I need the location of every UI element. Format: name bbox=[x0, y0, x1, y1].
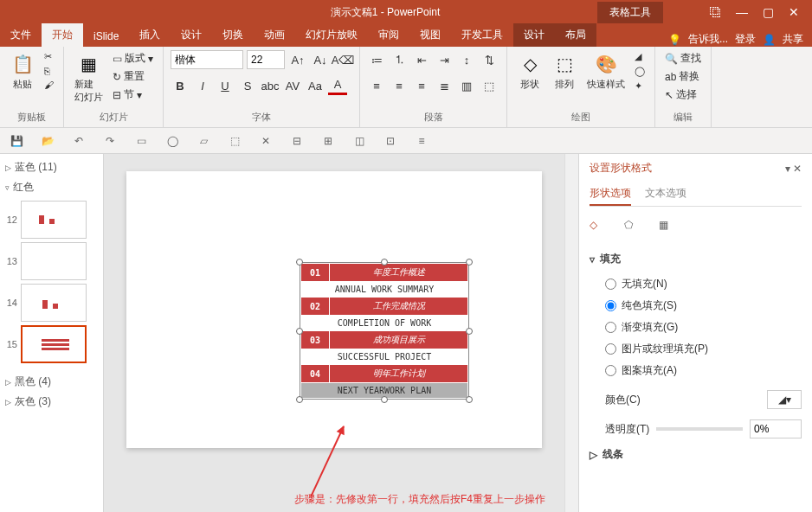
cell[interactable]: SUCCESSFUL PROJECT bbox=[301, 349, 468, 365]
shape-outline-button[interactable]: ◯ bbox=[632, 65, 648, 78]
radio-picture-fill[interactable]: 图片或纹理填充(P) bbox=[605, 338, 802, 360]
tab-animation[interactable]: 动画 bbox=[254, 23, 295, 47]
slide[interactable]: 01年度工作概述 ANNUAL WORK SUMMARY 02工作完成情况 CO… bbox=[126, 171, 542, 448]
cell[interactable]: 01 bbox=[301, 264, 330, 282]
find-button[interactable]: 🔍查找 bbox=[662, 50, 704, 67]
ribbon-options-icon[interactable]: ⿻ bbox=[705, 3, 727, 21]
thumbnail-13[interactable] bbox=[21, 242, 87, 280]
align-center-button[interactable]: ≡ bbox=[390, 76, 409, 95]
size-props-icon[interactable]: ▦ bbox=[659, 219, 678, 238]
qat-icon[interactable]: ⊟ bbox=[289, 133, 305, 149]
group-red[interactable]: ▿红色 bbox=[3, 177, 100, 197]
tab-design[interactable]: 设计 bbox=[171, 23, 212, 47]
open-icon[interactable]: 📂 bbox=[40, 133, 55, 149]
selected-table[interactable]: 01年度工作概述 ANNUAL WORK SUMMARY 02工作完成情况 CO… bbox=[300, 262, 469, 400]
spacing-button[interactable]: AV bbox=[283, 76, 302, 95]
clear-format-button[interactable]: A⌫ bbox=[333, 50, 352, 69]
thumbnail-12[interactable] bbox=[21, 201, 87, 239]
minimize-button[interactable]: — bbox=[731, 3, 753, 21]
paste-button[interactable]: 📋 粘贴 bbox=[7, 50, 38, 93]
tab-insert[interactable]: 插入 bbox=[129, 23, 171, 47]
select-button[interactable]: ↖选择 bbox=[662, 86, 704, 103]
fill-color-picker[interactable]: ◢▾ bbox=[767, 390, 802, 409]
effects-icon[interactable]: ⬠ bbox=[624, 219, 643, 238]
qat-icon[interactable]: ▭ bbox=[133, 133, 149, 149]
font-size-select[interactable] bbox=[247, 50, 285, 69]
case-button[interactable]: Aa bbox=[306, 76, 325, 95]
font-name-select[interactable] bbox=[171, 50, 243, 69]
radio-pattern-fill[interactable]: 图案填充(A) bbox=[605, 360, 802, 381]
justify-button[interactable]: ≣ bbox=[435, 76, 454, 95]
cell[interactable]: 年度工作概述 bbox=[330, 264, 468, 282]
indent-dec-button[interactable]: ⇤ bbox=[412, 50, 431, 69]
quick-styles-button[interactable]: 🎨快速样式 bbox=[583, 50, 628, 93]
format-painter-button[interactable]: 🖌 bbox=[42, 79, 56, 91]
save-icon[interactable]: 💾 bbox=[9, 133, 24, 149]
qat-icon[interactable]: ≡ bbox=[414, 133, 429, 149]
tab-slideshow[interactable]: 幻灯片放映 bbox=[295, 23, 368, 47]
columns-button[interactable]: ▥ bbox=[457, 76, 476, 95]
qat-icon[interactable]: ◯ bbox=[164, 133, 180, 149]
shadow-button[interactable]: abc bbox=[261, 76, 280, 95]
font-color-button[interactable]: A bbox=[328, 76, 347, 95]
radio-gradient-fill[interactable]: 渐变填充(G) bbox=[605, 317, 802, 338]
tell-me-input[interactable]: 告诉我... bbox=[688, 32, 728, 47]
subtab-text-options[interactable]: 文本选项 bbox=[645, 182, 686, 206]
radio-solid-fill[interactable]: 纯色填充(S) bbox=[605, 295, 802, 317]
tab-file[interactable]: 文件 bbox=[0, 23, 42, 47]
indent-inc-button[interactable]: ⇥ bbox=[435, 50, 454, 69]
login-link[interactable]: 登录 bbox=[735, 32, 756, 47]
slide-canvas-area[interactable]: 01年度工作概述 ANNUAL WORK SUMMARY 02工作完成情况 CO… bbox=[104, 154, 564, 512]
maximize-button[interactable]: ▢ bbox=[757, 3, 779, 21]
slide-thumbnail-panel[interactable]: ▷蓝色 (11) ▿红色 12 13 14 15 ▷黑色 (4) ▷灰色 (3) bbox=[0, 154, 104, 512]
align-left-button[interactable]: ≡ bbox=[367, 76, 386, 95]
smartart-button[interactable]: ⬚ bbox=[480, 76, 499, 95]
vertical-scrollbar[interactable] bbox=[564, 154, 578, 512]
line-section-header[interactable]: ▷线条 bbox=[590, 444, 802, 465]
replace-button[interactable]: ab替换 bbox=[662, 68, 704, 85]
cell[interactable]: 03 bbox=[301, 331, 330, 349]
tab-islide[interactable]: iSlide bbox=[83, 26, 129, 47]
align-right-button[interactable]: ≡ bbox=[412, 76, 431, 95]
tab-transition[interactable]: 切换 bbox=[212, 23, 254, 47]
subtab-shape-options[interactable]: 形状选项 bbox=[590, 182, 631, 206]
share-button[interactable]: 共享 bbox=[783, 32, 803, 47]
qat-icon[interactable]: ◫ bbox=[351, 133, 367, 149]
copy-button[interactable]: ⎘ bbox=[42, 65, 56, 77]
shape-effects-button[interactable]: ✦ bbox=[632, 80, 648, 93]
thumbnail-14[interactable] bbox=[21, 284, 87, 322]
cell[interactable]: ANNUAL WORK SUMMARY bbox=[301, 282, 468, 298]
pane-close-icon[interactable]: ▾ ✕ bbox=[785, 163, 802, 175]
thumbnail-15[interactable] bbox=[21, 325, 87, 363]
tab-home[interactable]: 开始 bbox=[42, 23, 83, 47]
shapes-button[interactable]: ◇形状 bbox=[514, 50, 545, 93]
text-direction-button[interactable]: ⇅ bbox=[480, 50, 499, 69]
new-slide-button[interactable]: ▦ 新建 幻灯片 bbox=[71, 50, 106, 106]
grow-font-button[interactable]: A↑ bbox=[288, 50, 307, 69]
group-black[interactable]: ▷黑色 (4) bbox=[3, 372, 100, 392]
opacity-input[interactable] bbox=[750, 419, 802, 438]
shrink-font-button[interactable]: A↓ bbox=[311, 50, 330, 69]
qat-icon[interactable]: ⊡ bbox=[383, 133, 398, 149]
fill-line-icon[interactable]: ◇ bbox=[590, 219, 609, 238]
radio-no-fill[interactable]: 无填充(N) bbox=[605, 273, 802, 295]
tab-table-design[interactable]: 设计 bbox=[513, 23, 555, 47]
qat-icon[interactable]: ▱ bbox=[196, 133, 211, 149]
tab-table-layout[interactable]: 布局 bbox=[555, 23, 596, 47]
shape-fill-button[interactable]: ◢ bbox=[632, 50, 648, 63]
cell[interactable]: 成功项目展示 bbox=[330, 331, 468, 349]
cell[interactable]: 工作完成情况 bbox=[330, 298, 468, 316]
group-blue[interactable]: ▷蓝色 (11) bbox=[3, 157, 100, 177]
cell[interactable]: 04 bbox=[301, 365, 330, 383]
numbering-button[interactable]: ⒈ bbox=[390, 50, 409, 69]
layout-button[interactable]: ▭版式▾ bbox=[110, 50, 156, 67]
cut-button[interactable]: ✂ bbox=[42, 50, 56, 63]
cell[interactable]: 明年工作计划 bbox=[330, 365, 468, 383]
reset-button[interactable]: ↻重置 bbox=[110, 68, 156, 85]
strike-button[interactable]: S bbox=[238, 76, 257, 95]
group-gray[interactable]: ▷灰色 (3) bbox=[3, 392, 100, 412]
bullets-button[interactable]: ≔ bbox=[367, 50, 386, 69]
cell[interactable]: COMPLETION OF WORK bbox=[301, 316, 468, 331]
tab-view[interactable]: 视图 bbox=[409, 23, 451, 47]
line-spacing-button[interactable]: ↕ bbox=[457, 50, 476, 69]
